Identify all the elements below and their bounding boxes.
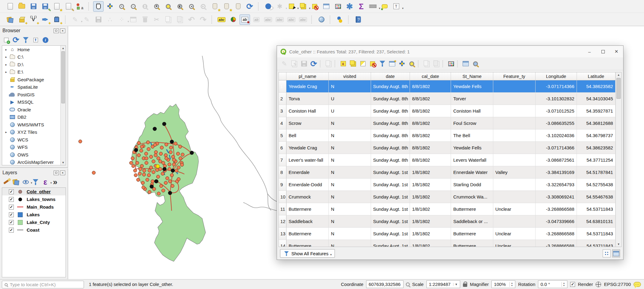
cell-longitude[interactable]: -3.102024036 xyxy=(536,129,577,142)
cell-st_name[interactable]: Buttermere xyxy=(451,240,493,247)
extent-tracking-icon[interactable] xyxy=(406,282,410,286)
cell-latitude[interactable]: 54.53711843 xyxy=(577,228,616,240)
layer-visibility-checkbox[interactable]: ✓ xyxy=(9,189,14,194)
cell-longitude[interactable]: -3.322654793 xyxy=(536,179,577,191)
table-row[interactable]: 5BellNSunday Augt. 8th8/8/1802The Bell-3… xyxy=(279,129,616,142)
cell-pl_name[interactable]: Saddleback xyxy=(286,215,329,228)
manage-map-themes-icon[interactable]: ▾ xyxy=(21,178,30,186)
cell-date[interactable]: Sunday Augt. 1st xyxy=(371,166,410,179)
expand-icon[interactable]: ▸ xyxy=(3,70,9,74)
browser-float-button[interactable] xyxy=(54,29,59,33)
column-header-latitude[interactable]: Latitude xyxy=(577,72,616,80)
browser-item-d-[interactable]: ▸D:\ xyxy=(2,61,66,68)
cell-feature_ty[interactable]: Unclear xyxy=(493,228,536,240)
layer-item-cole_other[interactable]: ✓Cole_other xyxy=(2,188,66,195)
layer-item-lakes_towns[interactable]: ✓Lakes_towns xyxy=(2,195,66,203)
cell-cal_date[interactable]: 8/8/1802 xyxy=(410,129,451,142)
cell-latitude[interactable]: 54.36812688 xyxy=(577,117,616,129)
expand-icon[interactable]: ▸ xyxy=(3,130,9,134)
layers-float-button[interactable] xyxy=(54,171,59,175)
metasearch-icon[interactable] xyxy=(316,14,327,25)
table-row[interactable]: 13ButtermereNSunday Augt. 1st1/8/1802But… xyxy=(279,228,616,240)
open-field-calculator-icon[interactable] xyxy=(333,1,343,12)
panel-overflow-icon[interactable]: » xyxy=(51,178,59,186)
cell-feature_ty[interactable] xyxy=(493,129,536,142)
cell-pl_name[interactable]: Buttermere xyxy=(286,203,329,215)
cell-visited[interactable]: U xyxy=(329,105,371,117)
browser-item-postgis[interactable]: PostGIS xyxy=(2,91,66,98)
cell-feature_ty[interactable] xyxy=(493,93,536,105)
cell-date[interactable]: Sunday Augt. 8th xyxy=(371,154,410,166)
table-row[interactable]: 1Yewdale CragNSunday Augt. 8th8/8/1802Ye… xyxy=(279,80,616,93)
show-layout-manager-icon[interactable]: ✎ xyxy=(63,1,74,12)
cell-feature_ty[interactable]: Unclear xyxy=(493,203,536,215)
browser-item-c-[interactable]: ▸C:\ xyxy=(2,53,66,61)
cell-latitude[interactable]: 54.53711843 xyxy=(577,203,616,215)
cell-st_name[interactable]: Levers Waterfall xyxy=(451,154,493,166)
identify-features-icon[interactable] xyxy=(263,1,273,12)
cell-st_name[interactable]: Starling Dodd xyxy=(451,179,493,191)
expand-icon[interactable]: ▸ xyxy=(3,63,9,66)
cell-latitude[interactable]: 54.35927871 xyxy=(577,105,616,117)
dock-attribute-table-icon[interactable] xyxy=(461,60,470,68)
cell-feature_ty[interactable]: Unclear xyxy=(493,240,536,247)
row-number[interactable]: 10 xyxy=(279,191,286,203)
row-number[interactable]: 6 xyxy=(279,142,286,154)
column-header-date[interactable]: date xyxy=(371,72,410,80)
cell-visited[interactable]: N xyxy=(329,215,371,228)
cell-cal_date[interactable]: 8/8/1802 xyxy=(410,93,451,105)
table-row[interactable]: 14ButtermereNSunday Augt. 1st1/8/1802But… xyxy=(279,240,616,247)
column-header-longitude[interactable]: Longitude xyxy=(536,72,577,80)
cell-latitude[interactable]: 54.63810131 xyxy=(577,215,616,228)
refresh-map-icon[interactable]: ⟳ xyxy=(244,1,255,12)
deselect-features-icon[interactable] xyxy=(309,1,320,12)
cell-date[interactable]: Sunday Augt. 8th xyxy=(371,93,410,105)
filter-legend-icon[interactable] xyxy=(31,178,40,186)
open-data-source-manager-icon[interactable] xyxy=(5,14,15,25)
cell-cal_date[interactable]: 8/8/1802 xyxy=(410,80,451,93)
cell-cal_date[interactable]: 1/8/1802 xyxy=(410,166,451,179)
move-selection-to-top-icon[interactable] xyxy=(388,60,396,68)
layer-labeling-icon[interactable]: ab xyxy=(240,14,250,25)
browser-item-xyz-tiles[interactable]: ▸XYZ Tiles xyxy=(2,129,66,136)
save-project-icon[interactable] xyxy=(28,1,39,12)
cell-st_name[interactable]: Saddleback or ... xyxy=(451,215,493,228)
style-manager-icon[interactable] xyxy=(75,1,85,12)
column-header-cal_date[interactable]: cal_date xyxy=(410,72,451,80)
cell-date[interactable]: Sunday Augt. 1st xyxy=(371,240,410,247)
zoom-full-icon[interactable]: ✚ xyxy=(151,1,162,12)
cell-longitude[interactable]: -3.268866588 xyxy=(536,203,577,215)
scale-dropdown-icon[interactable]: ▼ xyxy=(453,283,458,286)
close-button[interactable]: ✕ xyxy=(610,46,623,57)
layer-item-lake_cnty[interactable]: ✓Lake_Cnty xyxy=(2,218,66,226)
table-view-button[interactable] xyxy=(612,249,620,257)
cell-feature_ty[interactable] xyxy=(493,215,536,228)
layer-visibility-checkbox[interactable]: ✓ xyxy=(9,220,14,225)
layers-close-button[interactable]: ✕ xyxy=(60,171,65,175)
filter-browser-icon[interactable] xyxy=(21,36,30,44)
layer-labeling-options-icon[interactable]: abc xyxy=(216,14,227,25)
cell-visited[interactable]: N xyxy=(329,117,371,129)
browser-item-geopackage[interactable]: GeoPackage xyxy=(2,76,66,83)
cell-longitude[interactable]: -3.268866588 xyxy=(536,228,577,240)
cell-longitude[interactable]: -3.071012525 xyxy=(536,105,577,117)
select-features-by-value-icon[interactable]: ▾ xyxy=(298,1,308,12)
row-number[interactable]: 3 xyxy=(279,105,286,117)
browser-close-button[interactable]: ✕ xyxy=(60,29,65,33)
cell-st_name[interactable]: The Bell xyxy=(451,129,493,142)
column-header-pl_name[interactable]: pl_name xyxy=(286,72,329,80)
cell-longitude[interactable]: -3.071714366 xyxy=(536,80,577,93)
cell-latitude[interactable]: 54.38623582 xyxy=(577,142,616,154)
cell-feature_ty[interactable] xyxy=(493,191,536,203)
cell-cal_date[interactable]: 8/8/1802 xyxy=(410,117,451,129)
new-shapefile-layer-icon[interactable]: V✦ xyxy=(28,14,39,25)
row-number[interactable]: 7 xyxy=(279,154,286,166)
cell-feature_ty[interactable] xyxy=(493,80,536,93)
filter-select-form-icon[interactable] xyxy=(378,60,387,68)
cell-st_name[interactable]: Buttermere xyxy=(451,228,493,240)
cell-date[interactable]: Sunday Augt. 1st xyxy=(371,228,410,240)
cell-cal_date[interactable]: 8/8/1802 xyxy=(410,142,451,154)
table-row[interactable]: 12SaddlebackNSunday Augt. 1st1/8/1802Sad… xyxy=(279,215,616,228)
form-view-button[interactable] xyxy=(603,249,611,257)
cell-cal_date[interactable]: 1/8/1802 xyxy=(410,191,451,203)
